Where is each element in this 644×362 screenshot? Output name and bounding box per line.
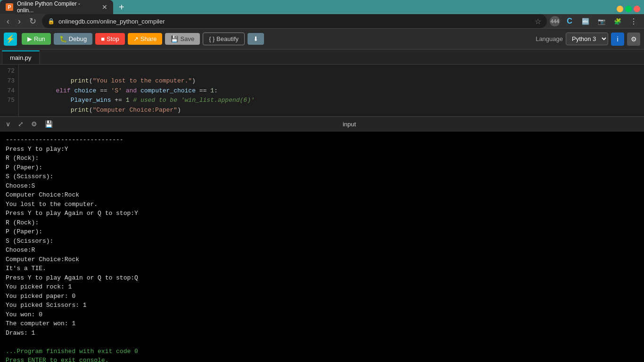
- stop-button[interactable]: ■ Stop: [95, 33, 125, 45]
- forward-button[interactable]: ›: [15, 15, 24, 28]
- minimize-button[interactable]: [617, 6, 623, 12]
- close-button[interactable]: [634, 6, 640, 12]
- photo-icon[interactable]: 📷: [595, 15, 608, 28]
- active-tab[interactable]: P Online Python Compiler - onlin... ✕: [0, 0, 113, 14]
- language-select[interactable]: Python 3 Python 2 C C++ Java: [566, 33, 608, 45]
- reload-button[interactable]: ↻: [26, 14, 39, 28]
- terminal-container: ∨ ⤢ ⚙ 💾 input --------------------------…: [0, 116, 644, 362]
- ide-container: ⚡ ▶ Run 🐛 Debug ■ Stop ↗ Share 💾 Save: [0, 29, 644, 362]
- share-label: Share: [140, 35, 157, 42]
- line-num-75: 75: [4, 96, 15, 106]
- code-content: print("You lost to the computer.") elif …: [19, 65, 262, 116]
- line-num-72: 72: [4, 66, 15, 76]
- stop-label: Stop: [107, 35, 119, 42]
- cast-icon[interactable]: C: [563, 15, 576, 28]
- run-button[interactable]: ▶ Run: [22, 33, 51, 45]
- address-text: onlinegdb.com/online_python_compiler: [58, 18, 165, 25]
- terminal-collapse-icon[interactable]: ∨: [4, 119, 12, 129]
- lock-icon: 🔒: [48, 18, 55, 25]
- window-controls: [617, 6, 644, 14]
- bookmark-star-icon[interactable]: ☆: [535, 17, 541, 26]
- info-button[interactable]: i: [611, 33, 624, 46]
- share-icon: ↗: [133, 35, 139, 42]
- maximize-button[interactable]: [625, 6, 632, 12]
- debug-icon: 🐛: [59, 35, 67, 42]
- run-label: Run: [34, 35, 45, 42]
- language-label: Language: [536, 35, 563, 42]
- tab-title: Online Python Compiler - onlin...: [17, 0, 98, 14]
- menu-button[interactable]: ⋮: [627, 15, 640, 28]
- back-button[interactable]: ‹: [4, 15, 12, 28]
- settings-button[interactable]: ⚙: [627, 33, 640, 46]
- beautify-label: { } Beautify: [209, 35, 239, 42]
- terminal-settings-icon[interactable]: ⚙: [29, 119, 39, 129]
- save-label: Save: [180, 35, 194, 42]
- run-icon: ▶: [27, 35, 32, 42]
- code-editor[interactable]: 72 73 74 75 print("You lost to the compu…: [0, 65, 644, 116]
- save-icon: 💾: [171, 35, 178, 42]
- terminal-header: ∨ ⤢ ⚙ 💾 input: [0, 116, 644, 132]
- logo-icon: ⚡: [6, 34, 15, 43]
- beautify-button[interactable]: { } Beautify: [203, 33, 245, 45]
- line-num-74: 74: [4, 86, 15, 96]
- download-icon: ⬇: [253, 35, 258, 42]
- ide-logo: ⚡: [4, 33, 17, 46]
- debug-label: Debug: [69, 35, 87, 42]
- download-button[interactable]: ⬇: [248, 33, 264, 45]
- file-tabs: main.py: [0, 49, 644, 65]
- file-tab-label: main.py: [10, 54, 32, 61]
- tab-close-button[interactable]: ✕: [102, 3, 107, 11]
- terminal-title: input: [343, 121, 356, 128]
- puzzle-icon[interactable]: 🧩: [611, 15, 624, 28]
- terminal-save-icon[interactable]: 💾: [43, 119, 55, 129]
- debug-button[interactable]: 🐛 Debug: [54, 33, 92, 45]
- tab-bar: P Online Python Compiler - onlin... ✕ +: [0, 0, 644, 14]
- terminal-output[interactable]: -------------------------------- Press Y…: [0, 132, 644, 362]
- share-button[interactable]: ↗ Share: [128, 33, 163, 45]
- file-tab-main[interactable]: main.py: [2, 50, 40, 64]
- extensions-icon[interactable]: 444: [550, 16, 560, 26]
- new-tab-button[interactable]: +: [115, 0, 128, 14]
- line-numbers: 72 73 74 75: [0, 65, 19, 116]
- line-num-73: 73: [4, 76, 15, 86]
- translate-icon[interactable]: 🔤: [579, 15, 592, 28]
- address-bar: ‹ › ↻ 🔒 onlinegdb.com/online_python_comp…: [0, 14, 644, 28]
- ide-toolbar: ⚡ ▶ Run 🐛 Debug ■ Stop ↗ Share 💾 Save: [0, 29, 644, 49]
- save-button[interactable]: 💾 Save: [165, 33, 200, 45]
- browser-toolbar-icons: 444 C 🔤 📷 🧩 ⋮: [550, 15, 640, 28]
- address-input-wrap[interactable]: 🔒 onlinegdb.com/online_python_compiler ☆: [42, 14, 547, 28]
- tab-favicon: P: [6, 3, 13, 11]
- stop-icon: ■: [101, 35, 105, 42]
- terminal-expand-icon[interactable]: ⤢: [16, 119, 25, 129]
